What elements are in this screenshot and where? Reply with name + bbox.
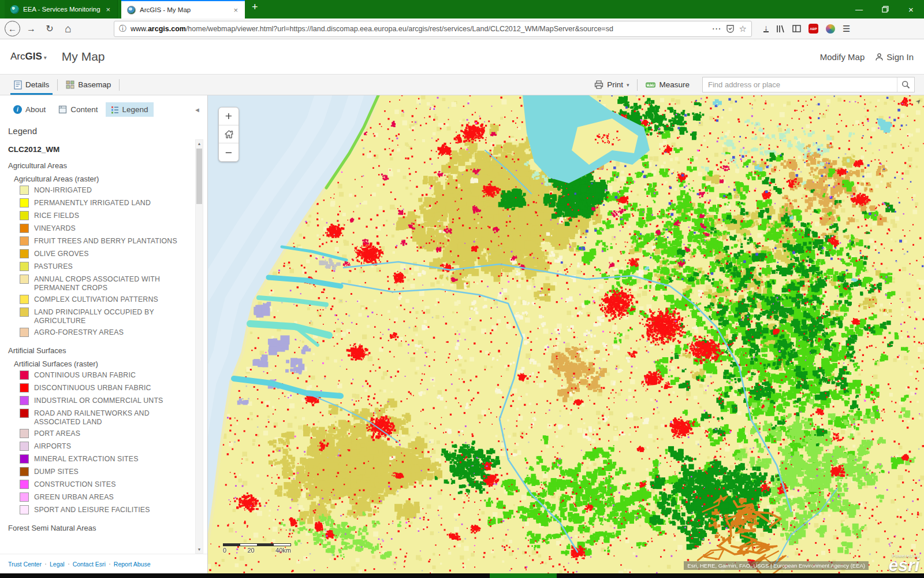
- legend-swatch: [20, 505, 29, 514]
- legend-item-label: NON-IRRIGATED: [34, 186, 92, 195]
- footer-link[interactable]: Contact Esri: [73, 561, 106, 568]
- adblock-plus-icon[interactable]: ABP: [808, 24, 818, 34]
- legend-item: GREEN URBAN AREAS: [20, 492, 192, 503]
- legend-item-label: MINERAL EXTRACTION SITES: [34, 454, 139, 464]
- url-bar[interactable]: ⓘ www.arcgis.com/home/webmap/viewer.html…: [114, 21, 752, 37]
- legend-item-label: PASTURES: [34, 262, 73, 271]
- legend-item: PERMANENTLY IRRIGATED LAND: [20, 198, 192, 209]
- legend-swatch: [20, 211, 29, 220]
- legend-item: INDUSTRIAL OR COMMERCIAL UNTS: [20, 396, 192, 407]
- search-button[interactable]: [897, 77, 914, 92]
- legend-swatch: [20, 249, 29, 258]
- home-button[interactable]: ⌂: [61, 21, 76, 36]
- library-icon[interactable]: [776, 25, 785, 33]
- print-button[interactable]: Print ▾: [590, 80, 634, 89]
- legend-swatch: [20, 224, 29, 233]
- esri-footer-links: Trust CenterLegalContact EsriReport Abus…: [0, 554, 207, 573]
- legend-item: PASTURES: [20, 262, 192, 273]
- home-extent-button[interactable]: [219, 125, 239, 143]
- home-icon: [224, 129, 234, 139]
- arcgis-brand-menu[interactable]: ArcGIS▾: [10, 51, 47, 62]
- bookmark-star-icon[interactable]: ☆: [739, 24, 747, 34]
- legend-swatch: [20, 236, 29, 246]
- downloads-icon[interactable]: ↓: [763, 25, 769, 32]
- forward-button[interactable]: →: [24, 21, 39, 36]
- sidebar-icon[interactable]: [792, 25, 801, 32]
- extension-icon[interactable]: [826, 24, 835, 34]
- page-actions-icon[interactable]: ⋯: [712, 23, 721, 34]
- tab-title: EEA - Services Monitoring: [23, 6, 100, 13]
- legend-item: COMPLEX CULTIVATION PATTERNS: [20, 295, 192, 306]
- legend-item: LAND PRINCIPALLY OCCUPIED BY AGRICULTURE: [20, 307, 192, 326]
- footer-link[interactable]: Legal: [50, 561, 65, 568]
- person-icon: [875, 53, 884, 61]
- scrollbar-thumb[interactable]: [196, 149, 202, 204]
- legend-swatch: [20, 383, 29, 392]
- legend-item: ROAD AND RAILNETWORKS AND ASSOCIATED LAN…: [20, 409, 192, 427]
- pocket-shield-icon[interactable]: [726, 25, 734, 33]
- legend-swatch: [20, 442, 29, 451]
- esri-logo: Powered by esri: [889, 553, 919, 572]
- dot-separator: [68, 564, 69, 565]
- legend-item: VINEYARDS: [20, 224, 192, 235]
- basemap-button[interactable]: Basemap: [61, 75, 116, 95]
- window-close-button[interactable]: ×: [898, 0, 924, 18]
- dot-separator: [45, 564, 46, 565]
- map-attribution: Esri, HERE, Garmin, FAO, USGS | European…: [684, 561, 869, 570]
- site-info-icon[interactable]: ⓘ: [119, 24, 126, 34]
- tab-legend[interactable]: Legend: [106, 102, 154, 117]
- browser-tab-eea[interactable]: EEA - Services Monitoring ×: [5, 0, 118, 18]
- search-box: [702, 77, 915, 92]
- printer-icon: [594, 80, 603, 89]
- map-canvas[interactable]: [208, 95, 924, 573]
- legend-item: PORT AREAS: [20, 429, 192, 440]
- browser-tab-arcgis[interactable]: ArcGIS - My Map ×: [121, 0, 245, 18]
- legend-item: FRUIT TREES AND BERRY PLANTATIONS: [20, 236, 192, 247]
- legend-item: CONSTRUCTION SITES: [20, 480, 192, 491]
- details-button[interactable]: Details: [9, 75, 54, 95]
- legend-group-label: Agricultural Areas: [8, 161, 192, 170]
- legend-swatch: [20, 480, 29, 489]
- tab-about[interactable]: i About: [8, 102, 51, 117]
- legend-item: DISCONTINUOUS URBAN FABRIC: [20, 383, 192, 394]
- footer-link[interactable]: Report Abuse: [114, 561, 151, 568]
- legend-heading: Legend: [0, 120, 207, 139]
- measure-button[interactable]: Measure: [641, 80, 694, 89]
- window-minimize-button[interactable]: —: [846, 0, 872, 18]
- modify-map-link[interactable]: Modify Map: [820, 52, 865, 62]
- map-area: + − 0 20 40km Esri, HERE,: [208, 95, 924, 573]
- url-text: www.arcgis.com/home/webmap/viewer.html?u…: [131, 25, 708, 33]
- details-doc-icon: [14, 80, 22, 90]
- legend-swatch: [20, 429, 29, 438]
- page-title: My Map: [62, 50, 105, 64]
- content-icon: [58, 105, 67, 114]
- legend-item-label: GREEN URBAN AREAS: [34, 492, 114, 502]
- footer-link[interactable]: Trust Center: [8, 561, 42, 568]
- window-restore-button[interactable]: [872, 0, 898, 18]
- legend-item: ANNUAL CROPS ASSOCIATED WITH PERMANENT C…: [20, 275, 192, 293]
- legend-item-label: CONSTRUCTION SITES: [34, 480, 116, 489]
- tab-close-icon[interactable]: ×: [232, 6, 239, 14]
- tab-content[interactable]: Content: [53, 102, 103, 117]
- chevron-down-icon: ▾: [44, 54, 47, 61]
- sign-in-link[interactable]: Sign In: [875, 52, 914, 62]
- legend-swatch: [20, 307, 29, 317]
- legend-scrollbar[interactable]: ▲ ▼: [195, 139, 203, 554]
- zoom-out-button[interactable]: −: [219, 143, 239, 161]
- legend-item-label: AIRPORTS: [34, 442, 71, 451]
- menu-icon[interactable]: ☰: [843, 24, 850, 34]
- legend-item-label: VINEYARDS: [34, 224, 76, 233]
- legend-swatch: [20, 186, 29, 195]
- new-tab-button[interactable]: +: [245, 0, 265, 18]
- search-input[interactable]: [703, 80, 897, 89]
- legend-item: AIRPORTS: [20, 442, 192, 453]
- browser-navbar: ← → ↻ ⌂ ⓘ www.arcgis.com/home/webmap/vie…: [0, 18, 924, 39]
- collapse-panel-arrow[interactable]: ◄: [194, 106, 202, 113]
- scroll-up-icon[interactable]: ▲: [198, 140, 202, 147]
- reload-button[interactable]: ↻: [42, 21, 57, 36]
- tab-close-icon[interactable]: ×: [105, 5, 111, 14]
- back-button[interactable]: ←: [5, 21, 20, 36]
- scroll-down-icon[interactable]: ▼: [198, 546, 202, 553]
- legend-swatch: [20, 409, 29, 418]
- zoom-in-button[interactable]: +: [219, 108, 239, 125]
